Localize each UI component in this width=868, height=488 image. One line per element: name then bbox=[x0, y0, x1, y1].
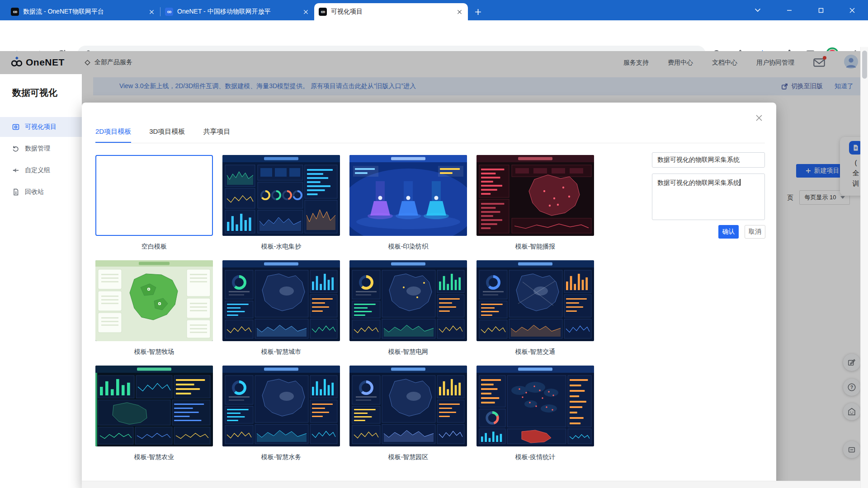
browser-tab[interactable]: co可视化项目 bbox=[314, 3, 468, 20]
template-card-hydro[interactable] bbox=[222, 155, 340, 236]
project-name-input[interactable] bbox=[652, 152, 765, 168]
template-label: 空白模板 bbox=[95, 236, 213, 258]
browser-titlebar: co数据流 - OneNET物联网平台coOneNET - 中国移动物联网开放平… bbox=[0, 0, 868, 20]
sidebar-title: 数据可视化 bbox=[12, 87, 82, 99]
template-label: 模板-智慧电网 bbox=[349, 341, 467, 363]
sidebar-item-回收站[interactable]: 回收站 bbox=[0, 182, 82, 202]
tab-close-icon[interactable] bbox=[455, 8, 463, 16]
template-cell: 模板-智慧电网 bbox=[349, 260, 467, 363]
data-icon bbox=[12, 145, 19, 152]
onenet-favicon: co bbox=[319, 8, 327, 16]
modal-tab-3D项目模板[interactable]: 3D项目模板 bbox=[149, 127, 185, 143]
template-cell: 模板-智慧农业 bbox=[95, 366, 213, 468]
modal-tabs: 2D项目模板3D项目模板共享项目 bbox=[95, 127, 230, 143]
sidebar-item-label: 可视化项目 bbox=[25, 123, 57, 131]
template-cell: 模板-智慧交通 bbox=[476, 260, 594, 363]
template-cell: 模板-疫情统计 bbox=[476, 366, 594, 468]
template-card-textile[interactable] bbox=[349, 155, 467, 236]
sidebar-item-可视化项目[interactable]: 可视化项目 bbox=[0, 117, 82, 137]
template-card-agri[interactable] bbox=[95, 366, 213, 446]
project-icon bbox=[12, 123, 19, 131]
vertical-scrollbar[interactable] bbox=[860, 47, 868, 488]
template-card-park[interactable] bbox=[349, 366, 467, 446]
browser-tab[interactable]: coOneNET - 中国移动物联网开放平 bbox=[160, 3, 314, 20]
template-card-blank[interactable] bbox=[95, 155, 213, 236]
template-grid: 空白模板模板-水电集抄模板-印染纺织模板-智能播报模板-智慧牧场模板-智慧城市模… bbox=[95, 155, 594, 468]
template-card-grid[interactable] bbox=[349, 260, 467, 341]
template-cell: 空白模板 bbox=[95, 155, 213, 258]
tab-strip: co数据流 - OneNET物联网平台coOneNET - 中国移动物联网开放平… bbox=[6, 3, 484, 20]
tab-title: 数据流 - OneNET物联网平台 bbox=[23, 8, 143, 16]
template-cell: 模板-印染纺织 bbox=[349, 155, 467, 258]
scrollbar-thumb[interactable] bbox=[862, 51, 867, 79]
template-label: 模板-智慧水务 bbox=[222, 446, 340, 468]
tab-close-icon[interactable] bbox=[302, 8, 310, 16]
template-label: 模板-印染纺织 bbox=[349, 236, 467, 258]
tab-title: OneNET - 中国移动物联网开放平 bbox=[177, 8, 297, 16]
template-label: 模板-智慧牧场 bbox=[95, 341, 213, 363]
template-label: 模板-智能播报 bbox=[476, 236, 594, 258]
template-picker-modal: 2D项目模板3D项目模板共享项目 空白模板模板-水电集抄模板-印染纺织模板-智能… bbox=[82, 103, 776, 488]
sidebar: 数据可视化 可视化项目数据管理自定义组回收站 bbox=[0, 74, 82, 488]
template-cell: 模板-智慧牧场 bbox=[95, 260, 213, 363]
template-card-pasture[interactable] bbox=[95, 260, 213, 341]
browser-window: co数据流 - OneNET物联网平台coOneNET - 中国移动物联网开放平… bbox=[0, 0, 868, 488]
tab-search-chevron-icon[interactable] bbox=[747, 0, 768, 20]
horizontal-scrollbar[interactable] bbox=[82, 481, 860, 488]
template-card-city[interactable] bbox=[222, 260, 340, 341]
sidebar-item-label: 回收站 bbox=[25, 188, 44, 196]
template-card-broadcast[interactable] bbox=[476, 155, 594, 236]
template-cell: 模板-智慧园区 bbox=[349, 366, 467, 468]
template-cell: 模板-智能播报 bbox=[476, 155, 594, 258]
cancel-button[interactable]: 取消 bbox=[745, 225, 765, 239]
template-cell: 模板-水电集抄 bbox=[222, 155, 340, 258]
sidebar-item-自定义组[interactable]: 自定义组 bbox=[0, 160, 82, 180]
template-label: 模板-智慧农业 bbox=[95, 446, 213, 468]
template-card-water[interactable] bbox=[222, 366, 340, 446]
recycle-icon bbox=[12, 188, 19, 196]
onenet-favicon: co bbox=[11, 8, 19, 16]
onenet-favicon: co bbox=[165, 8, 173, 16]
confirm-button[interactable]: 确认 bbox=[718, 225, 739, 239]
template-card-epidemic[interactable] bbox=[476, 366, 594, 446]
browser-toolbar: open.iot.10086.cn/studio/view/project bbox=[0, 20, 868, 47]
template-label: 模板-智慧园区 bbox=[349, 446, 467, 468]
modal-tab-共享项目[interactable]: 共享项目 bbox=[203, 127, 230, 143]
template-label: 模板-智慧城市 bbox=[222, 341, 340, 363]
tabs-divider bbox=[95, 143, 765, 143]
window-minimize-button[interactable] bbox=[779, 0, 800, 20]
sidebar-item-label: 数据管理 bbox=[25, 145, 50, 153]
tab-title: 可视化项目 bbox=[331, 8, 451, 16]
modal-close-icon[interactable] bbox=[755, 113, 764, 122]
template-label: 模板-水电集抄 bbox=[222, 236, 340, 258]
sidebar-item-数据管理[interactable]: 数据管理 bbox=[0, 139, 82, 159]
group-icon bbox=[12, 167, 19, 174]
tab-close-icon[interactable] bbox=[147, 8, 156, 16]
template-card-traffic[interactable] bbox=[476, 260, 594, 341]
window-close-button[interactable] bbox=[842, 0, 863, 20]
dim-overlay-header bbox=[0, 51, 868, 74]
window-maximize-button[interactable] bbox=[811, 0, 831, 20]
template-label: 模板-智慧交通 bbox=[476, 341, 594, 363]
modal-tab-2D项目模板[interactable]: 2D项目模板 bbox=[95, 127, 131, 143]
template-cell: 模板-智慧水务 bbox=[222, 366, 340, 468]
project-desc-textarea[interactable]: 数据可视化的物联网采集系统 bbox=[652, 174, 765, 220]
browser-tab[interactable]: co数据流 - OneNET物联网平台 bbox=[6, 3, 160, 20]
template-label: 模板-疫情统计 bbox=[476, 446, 594, 468]
text-cursor bbox=[740, 179, 741, 186]
sidebar-item-label: 自定义组 bbox=[25, 166, 50, 174]
template-cell: 模板-智慧城市 bbox=[222, 260, 340, 363]
new-tab-button[interactable] bbox=[472, 5, 484, 18]
